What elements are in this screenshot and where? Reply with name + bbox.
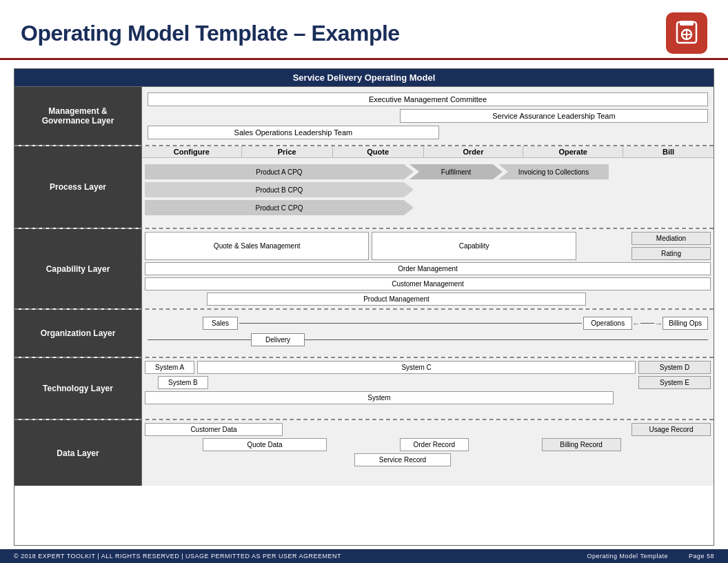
right-col-capability: Mediation Rating: [631, 232, 711, 260]
system-box: System: [145, 391, 614, 404]
svg-rect-1: [680, 21, 694, 26]
product-b-cpq: Product B CPQ: [145, 182, 414, 197]
toolkit-icon: [666, 12, 707, 54]
data-layer-row: Data Layer Customer Data Usage Record Qu…: [14, 420, 714, 486]
process-arrows-container: Product A CPQ Fulfilment Invoicing to Co…: [142, 160, 714, 219]
fulfillment-arrow: Fulfilment: [410, 164, 503, 179]
order-header: Order: [424, 146, 524, 157]
system-b-box: System B: [158, 376, 208, 389]
org-row2: Delivery: [145, 333, 711, 349]
footer-template-name: Operating Model Template: [587, 553, 668, 560]
data-row3: Service Record: [145, 453, 711, 466]
operate-header: Operate: [523, 146, 623, 157]
order-record-box: Order Record: [400, 438, 469, 451]
invoicing-arrow: Invoicing to Collections: [498, 164, 609, 179]
model-title: Service Delivery Operating Model: [14, 69, 714, 87]
technology-layer-row: Technology Layer System A System C Syste…: [14, 358, 714, 420]
product-c-arrow-row: Product C CPQ: [145, 200, 711, 215]
data-layer-label: Data Layer: [14, 420, 142, 486]
data-row2: Quote Data Order Record Billing Record: [145, 438, 711, 451]
product-a-arrow-row: Product A CPQ Fulfilment Invoicing to Co…: [145, 164, 711, 179]
service-assurance-box: Service Assurance Leadership Team: [400, 109, 708, 123]
technology-layer-label: Technology Layer: [14, 358, 142, 419]
customer-management-box: Customer Management: [145, 277, 711, 290]
organization-layer-row: Organization Layer Sales Operations ← →: [14, 310, 714, 358]
process-layer-row: Process Layer Configure Price Quote Orde…: [14, 146, 714, 229]
capability-row1: Quote & Sales Management Capability Medi…: [145, 232, 711, 260]
footer-copyright: © 2018 EXPERT TOOLKIT | ALL RIGHTS RESER…: [14, 553, 341, 560]
footer-right: Operating Model Template Page 58: [587, 553, 714, 560]
product-management-box: Product Management: [207, 293, 586, 306]
system-a-box: System A: [145, 361, 194, 374]
system-e-box: System E: [638, 376, 711, 389]
sales-org-box: Sales: [203, 317, 238, 330]
organization-layer-content: Sales Operations ← → Billing Ops Del: [142, 310, 714, 357]
mediation-box: Mediation: [631, 232, 711, 245]
executive-committee-box: Executive Management Committee: [148, 92, 708, 106]
capability-row4: Product Management: [145, 293, 711, 306]
data-row1: Customer Data Usage Record: [145, 423, 711, 436]
process-layer-label: Process Layer: [14, 146, 142, 228]
quote-data-box: Quote Data: [203, 438, 327, 451]
configure-header: Configure: [142, 146, 242, 157]
quote-sales-mgmt-box: Quote & Sales Management: [145, 232, 369, 260]
usage-record-box: Usage Record: [631, 423, 711, 436]
page-title: Operating Model Template – Example: [21, 21, 400, 46]
billing-record-box: Billing Record: [542, 438, 621, 451]
org-row1: Sales Operations ← → Billing Ops: [145, 313, 711, 331]
management-governance-row: Management & Governance Layer Executive …: [14, 87, 714, 146]
price-header: Price: [242, 146, 333, 157]
technology-layer-content: System A System C System D System B Syst…: [142, 358, 714, 419]
order-management-box: Order Management: [145, 262, 711, 275]
product-b-arrow-row: Product B CPQ: [145, 182, 711, 197]
operations-org-box: Operations: [583, 317, 632, 330]
system-d-box: System D: [638, 361, 711, 374]
capability-row3: Customer Management: [145, 277, 711, 290]
quote-header: Quote: [333, 146, 424, 157]
management-governance-content: Executive Management Committee Service A…: [142, 87, 714, 145]
system-c-box: System C: [197, 361, 636, 374]
footer-page: Page 58: [689, 553, 714, 560]
capability-row2: Order Management: [145, 262, 711, 275]
page: Operating Model Template – Example Servi…: [0, 0, 728, 563]
bill-header: Bill: [623, 146, 714, 157]
header: Operating Model Template – Example: [0, 0, 728, 60]
product-a-cpq: Product A CPQ: [145, 164, 414, 179]
capability-layer-content: Quote & Sales Management Capability Medi…: [142, 229, 714, 308]
tech-row2: System B System E: [145, 376, 711, 389]
management-governance-label: Management & Governance Layer: [14, 87, 142, 145]
sales-operations-box: Sales Operations Leadership Team: [148, 126, 439, 139]
model-container: Service Delivery Operating Model Managem…: [14, 68, 714, 546]
billing-ops-org-box: Billing Ops: [663, 317, 708, 330]
organization-layer-label: Organization Layer: [14, 310, 142, 357]
service-record-box: Service Record: [354, 453, 451, 466]
product-c-cpq: Product C CPQ: [145, 200, 414, 215]
data-layer-content: Customer Data Usage Record Quote Data Or…: [142, 420, 714, 486]
delivery-org-box: Delivery: [251, 333, 305, 346]
capability-box: Capability: [372, 232, 576, 260]
process-column-headers: Configure Price Quote Order Operate Bill: [142, 146, 714, 158]
footer: © 2018 EXPERT TOOLKIT | ALL RIGHTS RESER…: [0, 549, 728, 563]
customer-data-box: Customer Data: [145, 423, 283, 436]
process-layer-content: Configure Price Quote Order Operate Bill…: [142, 146, 714, 228]
tech-row3: System: [145, 391, 711, 404]
capability-layer-row: Capability Layer Quote & Sales Managemen…: [14, 229, 714, 310]
capability-layer-label: Capability Layer: [14, 229, 142, 308]
main-content: Service Delivery Operating Model Managem…: [0, 60, 728, 549]
tech-row1: System A System C System D: [145, 361, 711, 374]
rating-box: Rating: [631, 247, 711, 260]
